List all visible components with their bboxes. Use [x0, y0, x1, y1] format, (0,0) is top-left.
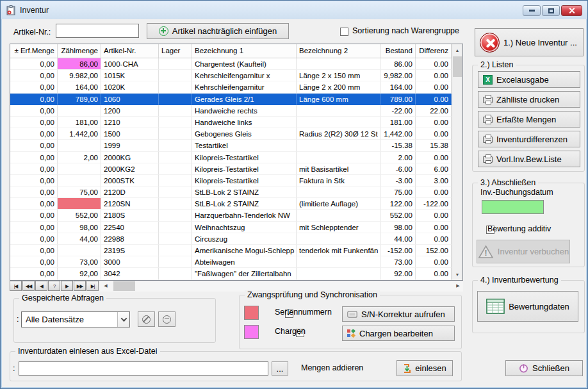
cell-lager — [159, 245, 192, 256]
sortierung-checkbox[interactable] — [340, 28, 348, 36]
minimize-button[interactable] — [523, 5, 541, 16]
record-nav-button[interactable]: |◀ — [10, 281, 22, 291]
vertical-scrollbar[interactable]: ▲ ▼ — [452, 44, 462, 280]
record-nav-button[interactable]: ◀◀ — [22, 281, 35, 291]
seriennummern-swatch — [244, 306, 259, 320]
column-header-erf[interactable]: ± Erf.Menge — [10, 44, 58, 58]
artikel-nr-input[interactable] — [56, 24, 139, 38]
record-nav-button[interactable]: ▶▶ — [74, 281, 86, 291]
table-row[interactable]: 0,0075,002120DStLB-Lok 2 STAINZ75.000.00 — [10, 186, 452, 198]
column-header-diff[interactable]: Differenz — [416, 44, 452, 58]
table-row[interactable]: 0,002120SNStLB-Lok 2 STAINZ(limitierte A… — [10, 198, 452, 210]
column-header-bez2[interactable]: Bezeichnung 2 — [297, 44, 380, 58]
table-row[interactable]: 0,0073,003000Abteilwagen73.000.00 — [10, 256, 452, 268]
column-header-lager[interactable]: Lager — [159, 44, 192, 58]
sn-korrektur-button[interactable]: S/N-Korrektur aufrufen — [342, 306, 455, 322]
close-button[interactable] — [561, 5, 582, 16]
cell-lager — [159, 58, 192, 70]
browse-button[interactable]: ... — [272, 361, 288, 376]
artikel-einfuegen-button[interactable]: Artikel nachträglich einfügen — [147, 23, 289, 39]
printer-icon — [483, 137, 493, 143]
table-row[interactable]: 0,0044,0022988Circuszug44.000.00 — [10, 233, 452, 245]
table-header: ± Erf.MengeZählmengeArtikel-Nr.LagerBeze… — [10, 44, 452, 58]
erfasste-mengen-button[interactable]: Erfaßte Mengen — [478, 111, 580, 128]
cell-bez1: Abteilwagen — [192, 256, 297, 268]
abfragen-dropdown[interactable]: Alle Datensätze — [21, 311, 130, 327]
scroll-right-icon[interactable]: ▶ — [453, 281, 463, 291]
table-row[interactable]: 0,001200Handweiche rechts-22.0022.00 — [10, 105, 452, 117]
cell-zm: 92,00 — [58, 268, 101, 279]
cell-bez1: "Faßlwagen" der Zillertalbahn — [192, 268, 297, 279]
column-header-bestand[interactable]: Bestand — [380, 44, 416, 58]
record-nav-button[interactable]: ◀ — [35, 281, 47, 291]
cell-diff: 15.38 — [416, 140, 452, 151]
table-row[interactable]: 0,001999Testartikel-15.3815.38 — [10, 140, 452, 151]
excelausgabe-button[interactable]: XExcelausgabe — [478, 71, 580, 88]
cell-lager — [159, 175, 192, 186]
vertical-scroll-thumb[interactable] — [453, 56, 462, 77]
cell-zm: 9.982,00 — [58, 70, 101, 81]
cell-diff: 0.00 — [416, 81, 452, 93]
vorl-inv-bew-liste-button[interactable]: Vorl.Inv.Bew.Liste — [478, 151, 580, 167]
excel-path-input[interactable] — [19, 361, 268, 376]
cell-erf: 0,00 — [10, 245, 58, 256]
cell-art: 1500 — [101, 128, 159, 140]
scroll-down-icon[interactable]: ▼ — [452, 269, 462, 279]
cell-bez1: Weihnachtszug — [192, 222, 297, 233]
buchungsdatum-field[interactable] — [482, 200, 544, 214]
cell-diff: 0.00 — [416, 94, 452, 105]
cell-bez2: Länge 2 x 150 mm — [297, 70, 380, 81]
cell-bez1: Kilopreis-Testartikel — [192, 175, 297, 186]
table-row[interactable]: 0,002000STKKilopreis-TestartikelFaktura … — [10, 175, 452, 186]
column-header-art[interactable]: Artikel-Nr. — [101, 44, 159, 58]
scroll-up-icon[interactable]: ▲ — [452, 45, 462, 55]
inventur-window: Inventur Artikel-Nr.: Artikel nachträgli… — [0, 0, 588, 389]
cell-art: 2120SN — [101, 198, 159, 210]
table-row[interactable]: 0,00164,001020KKehrschleifengarniturLäng… — [10, 81, 452, 93]
dropdown-arrow-button[interactable] — [117, 312, 129, 327]
maximize-button[interactable] — [542, 5, 560, 16]
record-nav-button[interactable]: ▶| — [86, 281, 99, 291]
remove-query-button[interactable] — [158, 311, 176, 327]
cell-art: 1210 — [101, 117, 159, 128]
close-icon — [569, 8, 575, 13]
cell-bez2 — [297, 233, 380, 245]
cell-erf: 0,00 — [10, 210, 58, 221]
record-nav-button[interactable]: ? — [48, 281, 60, 291]
cell-bez1: Gerades Gleis 2/1 — [192, 94, 297, 105]
zaehlliste-drucken-button[interactable]: Zählliste drucken — [478, 91, 580, 108]
chargen-bearbeiten-button[interactable]: Chargen bearbeiten — [342, 326, 455, 341]
column-header-zm[interactable]: Zählmenge — [58, 44, 101, 58]
table-row[interactable]: 0,002,002000KGKilopreis-Testartikel2.000… — [10, 152, 452, 163]
cell-diff: 0.00 — [416, 222, 452, 233]
cell-lager — [159, 152, 192, 163]
table-row[interactable]: 0,009.982,001015KKehrschleifengarnitur x… — [10, 70, 452, 81]
table-row[interactable]: 0,00181,001210Handweiche links181.000.00 — [10, 117, 452, 128]
table-row[interactable]: 0,0092,003042"Faßlwagen" der Zillertalba… — [10, 268, 452, 279]
cell-bestand: 44.00 — [380, 233, 416, 245]
cell-lager — [159, 186, 192, 198]
horizontal-scroll-thumb[interactable] — [113, 281, 135, 291]
bewertungdaten-button[interactable]: Bewertungdaten — [477, 291, 578, 322]
cell-bez1: Gebogenes Gleis — [192, 128, 297, 140]
table-row[interactable]: 0,002319SAmerikanische Mogul-Schlepptend… — [10, 245, 452, 256]
excel-import-title: Inventurdaten einlesen aus Excel-Datei — [15, 347, 160, 356]
cell-zm: 164,00 — [58, 81, 101, 93]
inventurdifferenzen-button[interactable]: Inventurdifferenzen — [478, 131, 580, 147]
schliessen-button[interactable]: Schließen — [505, 360, 583, 376]
cell-lager — [159, 233, 192, 245]
minimize-icon — [529, 10, 535, 12]
table-row[interactable]: 0,00552,002180SHarzquerbahn-Tenderlok NW… — [10, 210, 452, 221]
inventur-verbuchen-button[interactable]: ! Inventur verbuchen — [477, 240, 570, 263]
table-row[interactable]: 0,0086,001000-CHAChargentest (Kaufteil)8… — [10, 58, 452, 70]
table-row[interactable]: 0,002000KG2Kilopreis-Testartikelmit Basi… — [10, 163, 452, 175]
table-row[interactable]: 0,00789,001060Gerades Gleis 2/1Länge 600… — [10, 94, 452, 105]
edit-query-button[interactable] — [138, 311, 155, 327]
column-header-bez1[interactable]: Bezeichnung 1 — [192, 44, 297, 58]
table-row[interactable]: 0,0098,0022540Weihnachtszugmit Schleppte… — [10, 222, 452, 233]
einlesen-button[interactable]: einlesen — [396, 360, 453, 376]
table-row[interactable]: 0,001.442,001500Gebogenes GleisRadius 2(… — [10, 128, 452, 140]
record-nav-button[interactable]: ▶ — [61, 281, 73, 291]
neue-inventur-button[interactable]: 1.) Neue Inventur ... — [475, 28, 584, 56]
scroll-left-icon[interactable]: ◀ — [101, 281, 111, 291]
